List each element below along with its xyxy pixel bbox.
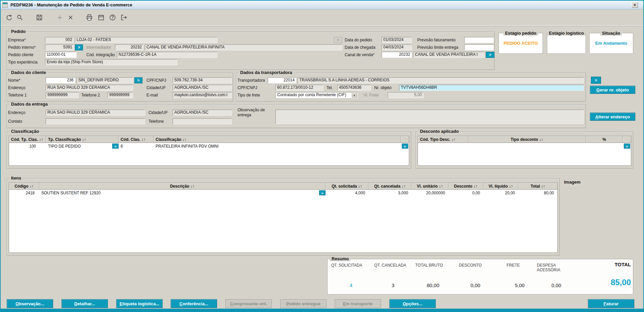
desconto-row-actions: » (623, 143, 631, 149)
desconto-legend: Desconto aplicado (418, 129, 461, 134)
print-button[interactable] (84, 12, 94, 23)
itens-legend: Itens (9, 176, 23, 181)
nr-objeto-field[interactable]: TVTV6AH56DH6BR (399, 85, 584, 91)
previsao-limite-label: Previsão limite entrega (417, 44, 458, 50)
refresh-button[interactable] (4, 12, 14, 23)
pedido-interno-field: 5391 (45, 44, 74, 50)
itens-header-vl-unitario[interactable]: Vl. unitário ↓↑ (412, 183, 448, 190)
cod-integracao-field: N12726536-C-1R-1A (117, 52, 217, 58)
title-bar: PEDFM236 - Manutenção de Pedido de Venda… (1, 1, 643, 9)
classificacao-tp-detail-button[interactable]: » (112, 144, 119, 149)
desconto-header-cod[interactable]: Cód. Tipo Desc. ↓↑ (418, 136, 468, 143)
canal-venda-code-field[interactable]: 20232 (382, 52, 412, 58)
transportadora-cpf-label: CPF/CNPJ (238, 85, 257, 91)
resumo-col-frete: FRETE 5,00 (507, 263, 533, 292)
classificacao-row-detail-button[interactable]: » (402, 144, 408, 149)
cliente-cpf-label: CPF/CNPJ (146, 77, 166, 83)
transportadora-name-field: TRANSBRASIL S A LINHA AEREAS - CORREIOS (298, 77, 584, 83)
search-button[interactable] (15, 12, 25, 23)
classificacao-header-tp[interactable]: Tp. Classificação ↓↑ (46, 136, 119, 143)
exit-icon (120, 14, 128, 21)
desconto-header-actions (623, 136, 631, 143)
itens-header-vl-liquido[interactable]: Vl. líquido ↓↑ (483, 183, 518, 190)
resumo-legend: Resumo (330, 256, 350, 261)
data-pedido-field: 01/03/2024 (382, 37, 412, 43)
conferencia-button[interactable]: Conferência... (171, 299, 217, 308)
detalhar-button[interactable]: Detalhar... (61, 299, 108, 308)
situacao-value: Em Andamento (590, 41, 633, 46)
resumo-qt-cancelada-value: 3 (374, 282, 412, 288)
resumo-col-total: TOTAL 85,00 (587, 262, 631, 291)
calendar-button[interactable] (96, 12, 106, 23)
itens-table: Código ↓↑ Descrição ↓↑ Qt. solicitada ↓↑… (9, 183, 558, 253)
itens-header-descricao[interactable]: Descrição ↓↑ (39, 183, 326, 190)
itens-header-desconto[interactable]: Desconto ↓↑ (448, 183, 483, 190)
gerar-nr-objeto-button[interactable]: Gerar nr. objeto (590, 86, 635, 94)
pedido-legend: Pedido (9, 29, 27, 34)
chevron-down-icon[interactable]: ▼ (351, 93, 357, 98)
etiqueta-logistica-button[interactable]: Etiqueta logística... (116, 299, 163, 308)
window-title: PEDFM236 - Manutenção de Pedido de Venda… (10, 2, 132, 7)
desconto-row-detail-button[interactable]: » (624, 144, 630, 149)
alterar-endereco-button[interactable]: Alterar endereço (590, 113, 635, 121)
itens-header-codigo[interactable]: Código ↓↑ (9, 183, 39, 190)
empresa-code-field: 002 (45, 37, 74, 43)
classificacao-cell-cod: 6 (119, 143, 154, 149)
tipo-frete-select[interactable]: Contratado por conta Remetente (CIF) ▼ (275, 92, 358, 98)
add-icon (56, 14, 63, 21)
exit-button[interactable] (119, 12, 129, 23)
entrega-endereco-field: RUA SAO PAULO 329 CERAMICA (46, 110, 145, 116)
cliente-endereco-label: Endereço (8, 85, 25, 91)
transportadora-cpf-field: 60.872.173/0010-12 (275, 85, 324, 91)
itens-header-total[interactable]: Total ↓↑ (518, 183, 557, 190)
delete-button[interactable] (66, 12, 76, 23)
tel-field: 4505743636 (337, 85, 371, 91)
pedido-cliente-field[interactable]: 110000-01 (45, 52, 77, 58)
desconto-header-tipo[interactable]: Tipo desconto ↓↑ (468, 136, 586, 143)
nome-lookup-button[interactable]: > (134, 77, 142, 83)
faturar-button[interactable]: Faturar (588, 299, 634, 308)
telefone2-label: Telefone 2 (81, 92, 100, 98)
previsao-limite-field[interactable] (464, 44, 494, 50)
resumo-despesa-value: 0,00 (537, 282, 576, 288)
entrega-endereco-label: Endereço (8, 110, 25, 116)
canal-venda-lookup-button[interactable]: > (486, 52, 495, 58)
save-button[interactable] (34, 12, 44, 23)
vl-frete-label: Vl. Frete (363, 92, 379, 98)
classificacao-header-cod-tp[interactable]: Cód. Tp. Clas. ↓↑ (9, 136, 46, 143)
nome-code-field[interactable]: 236 (46, 77, 75, 83)
cliente-legend: Dados do cliente (9, 70, 48, 75)
close-button[interactable]: × (632, 2, 638, 8)
search-icon (16, 14, 24, 21)
itens-row-detail-button[interactable]: » (319, 190, 326, 195)
desconto-header-pct[interactable]: % (586, 136, 623, 143)
previsao-faturamento-field[interactable] (464, 37, 494, 43)
canal-venda-name-field: CANAL DE VENDA PRATELEIRA I (413, 52, 484, 58)
tipo-frete-label: Tipo de frete (238, 92, 260, 98)
itens-cell-codigo: 2418 (9, 190, 39, 196)
resumo-frete-value: 5,00 (507, 282, 533, 288)
telefone1-label: Telefone 1 (8, 92, 27, 98)
observacao-button[interactable]: Observação... (7, 299, 53, 308)
classificacao-header-nome[interactable]: Classificação ↓↑ (154, 136, 401, 143)
entrega-cidade-field: AGROLANDIA /SC (173, 110, 232, 116)
transportadora-lookup-button[interactable]: > (591, 77, 601, 84)
cliente-cidade-label: Cidade/UF (146, 85, 166, 91)
classificacao-header-cod[interactable]: Cód. Clas. ↓↑ (119, 136, 154, 143)
telefone2-field: 999999999 (108, 92, 133, 98)
tel-label: Tel. (327, 85, 333, 91)
classificacao-table-header: Cód. Tp. Clas. ↓↑ Tp. Classificação ↓↑ C… (9, 136, 409, 143)
email-label: E-mail (146, 92, 158, 98)
add-button (55, 12, 65, 23)
transportadora-code-field[interactable]: 22014 (268, 77, 296, 83)
observacao-entrega-field (275, 110, 584, 124)
resumo-total-value: 85,00 (587, 278, 631, 287)
app-icon (2, 2, 8, 8)
itens-header-qt-cancelada[interactable]: Qt. cancelada ↓↑ (369, 183, 412, 190)
help-icon (109, 14, 116, 21)
opcoes-button[interactable]: Opções... (389, 299, 436, 308)
help-button[interactable] (108, 12, 118, 23)
pedido-interno-lookup-button[interactable]: > (75, 44, 83, 50)
itens-header-qt-solicitada[interactable]: Qt. solicitada ↓↑ (326, 183, 369, 190)
itens-cell-total: 80,00 (518, 190, 557, 196)
